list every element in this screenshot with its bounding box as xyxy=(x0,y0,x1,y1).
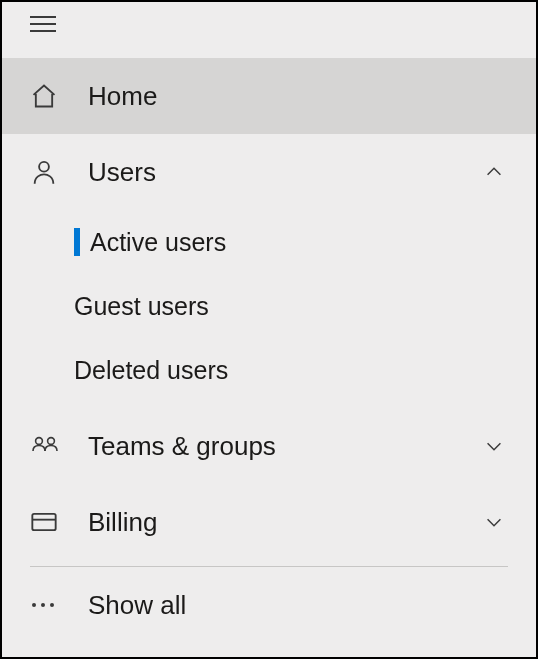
chevron-down-icon xyxy=(480,511,508,533)
sub-item-label: Deleted users xyxy=(74,356,228,385)
sub-item-label: Active users xyxy=(74,228,226,257)
nav-item-billing[interactable]: Billing xyxy=(2,484,536,560)
hamburger-menu-button[interactable] xyxy=(2,4,62,44)
admin-nav-panel: Home Users Active users Guest use xyxy=(2,2,536,657)
svg-point-2 xyxy=(48,438,55,445)
svg-point-1 xyxy=(36,438,43,445)
nav-item-users-sublist: Active users Guest users Deleted users xyxy=(2,210,536,408)
sub-item-deleted-users[interactable]: Deleted users xyxy=(2,338,536,402)
chevron-down-icon xyxy=(480,435,508,457)
ellipsis-icon xyxy=(30,600,66,610)
svg-point-6 xyxy=(41,603,45,607)
home-icon xyxy=(30,82,66,110)
nav-item-label: Show all xyxy=(66,590,508,621)
svg-point-5 xyxy=(32,603,36,607)
nav-item-teams-groups[interactable]: Teams & groups xyxy=(2,408,536,484)
sub-item-active-users[interactable]: Active users xyxy=(2,210,536,274)
sub-item-label: Guest users xyxy=(74,292,209,321)
sub-item-guest-users[interactable]: Guest users xyxy=(2,274,536,338)
svg-rect-3 xyxy=(32,514,55,530)
nav-item-home[interactable]: Home xyxy=(2,58,536,134)
nav-list: Home Users Active users Guest use xyxy=(2,58,536,643)
nav-item-label: Teams & groups xyxy=(66,431,480,462)
person-icon xyxy=(30,158,66,186)
nav-item-label: Home xyxy=(66,81,508,112)
nav-item-users[interactable]: Users xyxy=(2,134,536,210)
svg-point-7 xyxy=(50,603,54,607)
nav-item-label: Billing xyxy=(66,507,480,538)
nav-item-show-all[interactable]: Show all xyxy=(2,567,536,643)
chevron-up-icon xyxy=(480,161,508,183)
card-icon xyxy=(30,510,66,534)
people-icon xyxy=(30,433,66,459)
nav-item-label: Users xyxy=(66,157,480,188)
svg-point-0 xyxy=(39,162,49,172)
